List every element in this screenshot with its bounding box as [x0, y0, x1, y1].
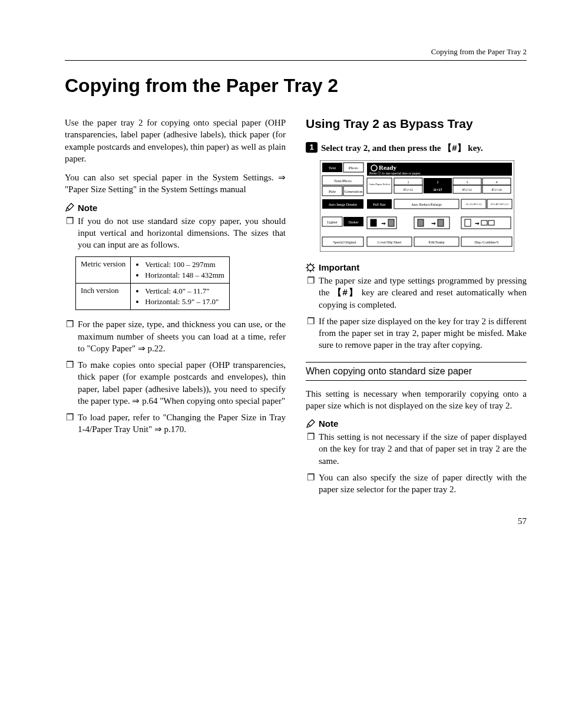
step-number-badge: 1: [306, 142, 318, 153]
note-label-text: Note: [78, 203, 97, 213]
sub-note-1: This setting is not necessary if the siz…: [307, 431, 527, 467]
svg-text:Cover/Slip Sheet: Cover/Slip Sheet: [378, 241, 402, 244]
pencil-icon: [306, 419, 315, 429]
svg-line-76: [313, 264, 314, 265]
svg-text:1: 1: [408, 180, 409, 184]
svg-text:Ready: Ready: [379, 164, 396, 171]
note-heading: Note: [65, 203, 286, 213]
intro-paragraph-2: You can also set special paper in the Sy…: [65, 172, 286, 196]
step-1-text-a: Select tray 2, and then press the: [321, 143, 443, 153]
svg-line-75: [307, 270, 308, 271]
subsection-heading: Using Tray 2 as Bypass Tray: [306, 117, 527, 131]
inch-horizontal: Horizontal: 5.9" – 17.0": [145, 297, 224, 307]
important-item-2: If the paper size displayed on the key f…: [307, 315, 527, 351]
svg-text:Special Original: Special Original: [333, 241, 356, 244]
hash-key-inline: #: [333, 287, 359, 297]
svg-line-74: [313, 270, 314, 271]
step-1: 1 Select tray 2, and then press the # ke…: [306, 141, 527, 154]
page-title: Copying from the Paper Tray 2: [65, 75, 527, 97]
header-rule: [65, 60, 527, 61]
svg-text:Text: Text: [329, 166, 336, 170]
important-label-text: Important: [319, 262, 359, 272]
metric-values-cell: Vertical: 100 – 297mm Horizontal: 148 – …: [131, 257, 230, 284]
page-number: 57: [65, 516, 527, 526]
svg-text:8½×11: 8½×11: [404, 188, 414, 192]
svg-text:8½×14: 8½×14: [492, 188, 502, 192]
svg-text:Lighter: Lighter: [327, 220, 338, 224]
svg-text:Darker: Darker: [349, 220, 359, 224]
svg-text:11×15  8½×11: 11×15 8½×11: [465, 203, 482, 206]
svg-text:Auto Image Density: Auto Image Density: [329, 203, 358, 206]
svg-text:→: →: [381, 220, 386, 226]
svg-rect-50: [371, 219, 376, 226]
metric-horizontal: Horizontal: 148 – 432mm: [145, 270, 224, 281]
gear-icon: [306, 263, 315, 272]
note-heading-2: Note: [306, 419, 527, 429]
svg-rect-52: [388, 219, 394, 226]
svg-text:11×17: 11×17: [433, 188, 442, 192]
right-column: Using Tray 2 as Bypass Tray 1 Select tra…: [306, 117, 527, 501]
dimensions-table: Metric version Vertical: 100 – 297mm Hor…: [75, 256, 230, 310]
svg-point-68: [308, 265, 313, 271]
svg-rect-56: [438, 219, 444, 226]
left-column: Use the paper tray 2 for copying onto sp…: [65, 117, 286, 501]
note-item-2: For the paper size, type, and thickness …: [66, 318, 286, 354]
svg-rect-54: [418, 219, 424, 226]
note-item-4: To load paper, refer to "Changing the Pa…: [66, 411, 286, 436]
svg-text:Auto Reduce/Enlarge: Auto Reduce/Enlarge: [411, 203, 442, 206]
copier-screen-figure: Text Photo Text/Photo Pale Generation Au…: [320, 160, 527, 252]
svg-text:Press ⓘ to use special size or: Press ⓘ to use special size or paper.: [369, 172, 421, 175]
svg-text:Edit/Stamp: Edit/Stamp: [429, 241, 445, 244]
sub-note-2: You can also specify the size of paper d…: [307, 472, 527, 496]
svg-text:8½×11: 8½×11: [462, 188, 472, 192]
svg-text:Generation: Generation: [344, 189, 363, 194]
step-1-text-b: key.: [466, 143, 483, 153]
svg-text:Pale: Pale: [329, 189, 336, 194]
svg-text:Auto Paper Select: Auto Paper Select: [369, 183, 391, 186]
svg-text:3: 3: [467, 180, 468, 184]
pencil-icon: [65, 203, 74, 212]
sub-subsection-heading: When copying onto standard size paper: [306, 362, 527, 381]
svg-text:4: 4: [496, 180, 498, 184]
sub-paragraph: This setting is necessary when temporari…: [306, 388, 527, 412]
note-item-1: If you do not use standard size copy pap…: [66, 215, 286, 251]
inch-values-cell: Vertical: 4.0" – 11.7" Horizontal: 5.9" …: [131, 284, 230, 310]
metric-vertical: Vertical: 100 – 297mm: [145, 259, 224, 270]
metric-label-cell: Metric version: [76, 257, 131, 284]
svg-text:2: 2: [437, 180, 439, 184]
intro-paragraph-1: Use the paper tray 2 for copying onto sp…: [65, 117, 286, 164]
svg-text:5½×8½  8½×11: 5½×8½ 8½×11: [491, 203, 509, 206]
svg-text:Photo: Photo: [349, 166, 359, 170]
note-label-text-2: Note: [319, 419, 338, 429]
note-item-3: To make copies onto special paper (OHP t…: [66, 359, 286, 407]
hash-key: #: [443, 143, 465, 153]
svg-text:Text/Photo: Text/Photo: [334, 179, 352, 183]
inch-label-cell: Inch version: [76, 284, 131, 310]
svg-text:Full Size: Full Size: [373, 203, 386, 206]
svg-text:Dup./Combine/S: Dup./Combine/S: [475, 241, 499, 244]
running-header: Copying from the Paper Tray 2: [65, 47, 527, 57]
svg-text:→: →: [474, 220, 480, 226]
important-heading: Important: [306, 262, 527, 272]
important-item-1: The paper size and type settings program…: [307, 275, 527, 311]
svg-line-73: [307, 264, 308, 265]
inch-vertical: Vertical: 4.0" – 11.7": [145, 286, 224, 297]
svg-text:→: →: [431, 220, 437, 226]
